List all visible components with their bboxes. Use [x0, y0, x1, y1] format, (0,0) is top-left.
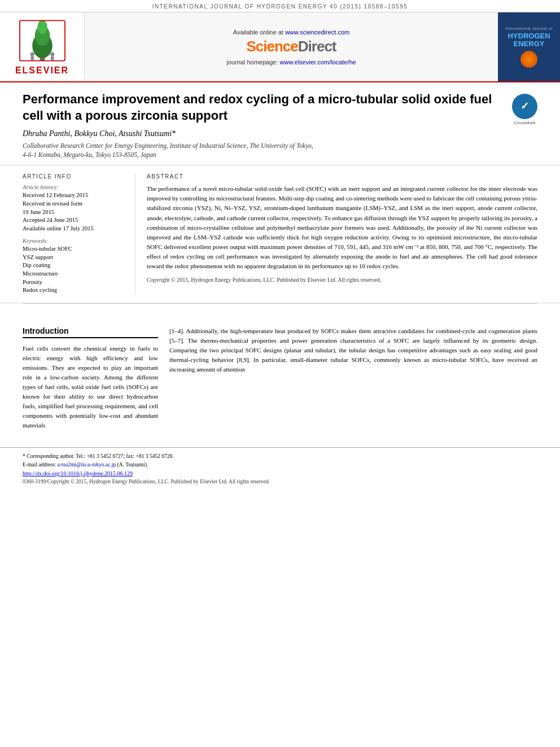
journal-badge-section: International Journal of HYDROGENENERGY: [498, 12, 560, 81]
history-label: Article history:: [23, 184, 127, 190]
intro-left-text: Fuel cells convert the chemical energy i…: [23, 344, 158, 430]
sciencedirect-logo: ScienceDirect: [247, 38, 336, 55]
journal-header-bar: INTERNATIONAL JOURNAL OF HYDROGEN ENERGY…: [0, 0, 560, 12]
revised-date: 19 June 2015: [23, 208, 127, 217]
intro-right-text: [1–4]. Additionally, the high-temperatur…: [169, 326, 537, 374]
elsevier-logo: ELSEVIER: [14, 18, 71, 76]
keywords-label: Keywords:: [23, 238, 127, 244]
doi-link: http://dx.doi.org/10.1016/j.ijhydene.201…: [23, 470, 537, 477]
svg-rect-8: [51, 56, 54, 60]
abstract-panel: ABSTRACT The performance of a novel micr…: [147, 173, 537, 295]
abstract-paragraph: The performance of a novel micro-tubular…: [147, 184, 537, 270]
abstract-text: The performance of a novel micro-tubular…: [147, 184, 537, 284]
science-part: Science: [247, 38, 298, 55]
footer-copyright: 0360-3199/Copyright © 2015, Hydrogen Ene…: [23, 479, 537, 484]
accepted-date: Accepted 24 June 2015: [23, 216, 127, 225]
svg-rect-6: [30, 56, 33, 60]
journal-homepage-label: journal homepage: www.elsevier.com/locat…: [226, 59, 356, 65]
journal-homepage-link[interactable]: www.elsevier.com/locate/he: [280, 59, 356, 65]
keywords-list: Micro-tubular SOFC YSZ support Dip coati…: [23, 245, 127, 295]
svg-text:✓: ✓: [520, 101, 529, 112]
available-online-date: Available online 17 July 2015: [23, 225, 127, 233]
authors: Dhruba Panthi, Bokkyu Choi, Atsushi Tsut…: [23, 129, 537, 138]
received-date: Received 12 February 2015: [23, 191, 127, 200]
elsevier-logo-section: ELSEVIER: [0, 12, 85, 81]
keyword-3: Dip coating: [23, 261, 127, 270]
page-header: ELSEVIER Available online at www.science…: [0, 12, 560, 82]
article-info-label: ARTICLE INFO: [23, 173, 127, 180]
article-info-abstract-section: ARTICLE INFO Article history: Received 1…: [0, 165, 560, 303]
keyword-2: YSZ support: [23, 254, 127, 262]
abstract-label: ABSTRACT: [147, 173, 537, 180]
corresponding-author-note: * Corresponding author. Tel.: +81 3 5452…: [23, 452, 537, 460]
article-title: Performance improvement and redox cyclin…: [23, 91, 537, 124]
available-online-label: Available online at www.sciencedirect.co…: [233, 29, 349, 36]
journal-citation: INTERNATIONAL JOURNAL OF HYDROGEN ENERGY…: [152, 3, 408, 10]
doi-anchor[interactable]: http://dx.doi.org/10.1016/j.ijhydene.201…: [23, 470, 133, 477]
journal-badge-top-text: International Journal of: [505, 26, 552, 31]
sciencedirect-section: Available online at www.sciencedirect.co…: [85, 12, 498, 81]
introduction-title: Introduction: [23, 326, 158, 338]
intro-right-column: [1–4]. Additionally, the high-temperatur…: [169, 326, 537, 430]
affiliation: Collaborative Research Center for Energy…: [23, 141, 537, 159]
journal-badge: International Journal of HYDROGENENERGY: [504, 21, 554, 72]
crossmark-circle: ✓: [512, 94, 537, 119]
intro-left-column: Introduction Fuel cells convert the chem…: [23, 326, 158, 430]
keyword-6: Redox cycling: [23, 286, 127, 295]
elsevier-name: ELSEVIER: [15, 65, 69, 76]
crossmark-icon: ✓: [515, 97, 535, 116]
direct-part: Direct: [298, 38, 336, 55]
article-header: ✓ CrossMark Performance improvement and …: [0, 82, 560, 165]
journal-badge-icon: [520, 51, 537, 68]
journal-badge-title: HYDROGENENERGY: [508, 32, 550, 49]
svg-point-7: [50, 52, 54, 56]
introduction-section: Introduction Fuel cells convert the chem…: [0, 315, 560, 442]
keyword-5: Porosity: [23, 278, 127, 287]
footnote-area: * Corresponding author. Tel.: +81 3 5452…: [0, 447, 560, 487]
sciencedirect-url-link[interactable]: www.sciencedirect.com: [285, 29, 349, 36]
article-info-panel: ARTICLE INFO Article history: Received 1…: [23, 173, 135, 295]
email-link[interactable]: a-tsu2mi@iis.u-tokyo.ac.jp: [58, 462, 116, 468]
svg-point-5: [30, 52, 34, 56]
email-note: E-mail address: a-tsu2mi@iis.u-tokyo.ac.…: [23, 461, 537, 469]
keyword-1: Micro-tubular SOFC: [23, 245, 127, 254]
crossmark-label: CrossMark: [512, 120, 537, 125]
crossmark-badge: ✓ CrossMark: [512, 94, 537, 125]
revised-label: Received in revised form: [23, 200, 127, 208]
elsevier-tree-icon: [14, 18, 71, 63]
abstract-copyright: Copyright © 2015, Hydrogen Energy Public…: [147, 276, 537, 285]
svg-point-3: [37, 20, 47, 34]
keyword-4: Microstructure: [23, 270, 127, 278]
spacer: [0, 304, 560, 315]
